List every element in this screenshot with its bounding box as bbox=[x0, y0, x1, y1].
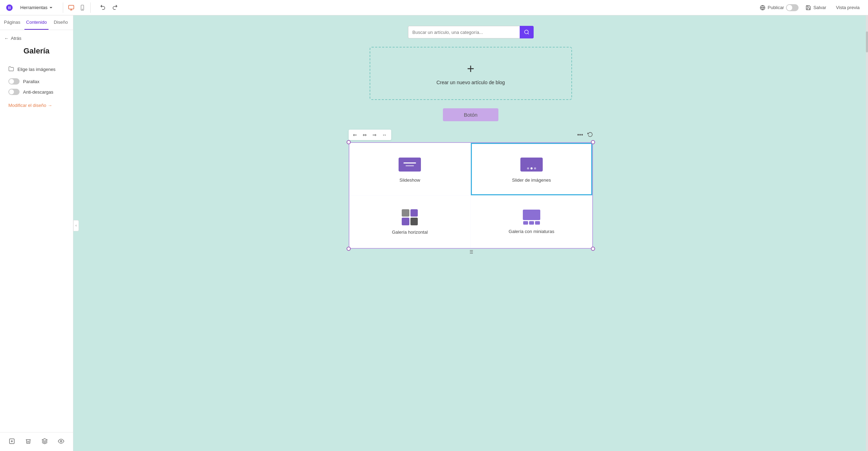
folder-icon bbox=[8, 66, 14, 73]
align-center-btn[interactable]: ⇔ bbox=[361, 131, 369, 139]
picker-top-right: ••• bbox=[575, 131, 593, 139]
back-arrow-icon: ← bbox=[4, 36, 9, 41]
choose-images-item[interactable]: Elige las imágenes bbox=[4, 63, 69, 76]
sidebar: Páginas Contenido Diseño ← Atrás Galería… bbox=[0, 15, 73, 451]
svg-point-2 bbox=[82, 9, 83, 9]
slideshow-icon bbox=[398, 156, 422, 173]
arrow-right-icon: → bbox=[47, 103, 52, 108]
modify-design-link[interactable]: Modificar el diseño → bbox=[4, 100, 69, 111]
tab-design[interactable]: Diseño bbox=[49, 15, 73, 30]
anti-downloads-toggle-row: Anti-descargas bbox=[4, 87, 69, 97]
anti-downloads-toggle[interactable] bbox=[8, 89, 20, 95]
corner-tr bbox=[591, 140, 595, 144]
corner-br bbox=[591, 247, 595, 251]
search-bar bbox=[408, 26, 534, 38]
align-right-btn[interactable]: ⇒ bbox=[370, 131, 379, 139]
search-input[interactable] bbox=[408, 26, 520, 38]
search-btn[interactable] bbox=[520, 26, 534, 38]
create-blog-box[interactable]: + Crear un nuevo artículo de blog bbox=[370, 47, 572, 100]
topbar-left: Herramientas bbox=[6, 2, 120, 13]
canvas: + Crear un nuevo artículo de blog Botón … bbox=[73, 15, 868, 451]
gallery-thumbnails-icon bbox=[523, 210, 540, 225]
save-btn[interactable]: Salvar bbox=[803, 3, 829, 12]
slideshow-label: Slideshow bbox=[400, 177, 420, 183]
gallery-horizontal-icon bbox=[402, 209, 418, 225]
history-controls bbox=[98, 2, 120, 13]
plus-icon: + bbox=[467, 61, 474, 76]
svg-marker-5 bbox=[42, 439, 47, 442]
gallery-option-slideshow[interactable]: Slideshow bbox=[349, 143, 471, 195]
picker-bottom-handle[interactable] bbox=[468, 249, 474, 256]
slider-label: Slider de imágenes bbox=[512, 177, 551, 183]
add-section-btn[interactable] bbox=[7, 436, 17, 448]
mobile-view-btn[interactable] bbox=[77, 2, 88, 13]
gallery-option-slider[interactable]: Slider de imágenes bbox=[471, 143, 592, 195]
redo-btn[interactable] bbox=[110, 2, 120, 13]
layers-btn[interactable] bbox=[39, 436, 50, 448]
svg-point-6 bbox=[60, 441, 62, 442]
sidebar-footer bbox=[0, 432, 73, 451]
gallery-picker-grid: Slideshow bbox=[349, 142, 593, 249]
device-switcher bbox=[63, 2, 91, 13]
sidebar-content: ← Atrás Galería Elige las imágenes Paral… bbox=[0, 30, 73, 432]
desktop-view-btn[interactable] bbox=[66, 2, 76, 13]
gallery-thumbnails-label: Galería con miniaturas bbox=[509, 229, 554, 234]
create-blog-label: Crear un nuevo artículo de blog bbox=[436, 80, 505, 85]
parallax-toggle-row: Parallax bbox=[4, 76, 69, 87]
back-link[interactable]: ← Atrás bbox=[4, 36, 69, 41]
sidebar-tabs: Páginas Contenido Diseño bbox=[0, 15, 73, 30]
topbar: Herramientas Publicar bbox=[0, 0, 868, 15]
preview-btn[interactable]: Vista previa bbox=[833, 3, 862, 12]
align-stretch-btn[interactable]: ↔ bbox=[380, 131, 389, 139]
main-layout: Páginas Contenido Diseño ← Atrás Galería… bbox=[0, 15, 868, 451]
logo[interactable] bbox=[6, 4, 13, 12]
align-controls: ⇐ ⇔ ⇒ ↔ bbox=[349, 130, 391, 140]
undo-btn[interactable] bbox=[98, 2, 108, 13]
canvas-button[interactable]: Botón bbox=[443, 108, 498, 121]
delete-section-btn[interactable] bbox=[23, 436, 34, 448]
scrollbar[interactable] bbox=[866, 10, 868, 451]
parallax-toggle[interactable] bbox=[8, 78, 20, 85]
gallery-option-horizontal[interactable]: Galería horizontal bbox=[349, 196, 471, 248]
topbar-right: Publicar Salvar Vista previa bbox=[760, 3, 862, 12]
gallery-title: Galería bbox=[4, 46, 69, 56]
herramientas-menu[interactable]: Herramientas bbox=[17, 3, 56, 12]
tab-content[interactable]: Contenido bbox=[24, 15, 49, 30]
corner-tl bbox=[347, 140, 351, 144]
tab-pages[interactable]: Páginas bbox=[0, 15, 24, 30]
picker-more-btn[interactable]: ••• bbox=[575, 131, 585, 139]
slider-icon bbox=[519, 156, 544, 173]
picker-controls-bar: ⇐ ⇔ ⇒ ↔ ••• bbox=[349, 130, 593, 140]
gallery-picker-wrapper: ⇐ ⇔ ⇒ ↔ ••• bbox=[349, 130, 593, 249]
publish-area[interactable]: Publicar bbox=[760, 4, 799, 11]
gallery-horizontal-label: Galería horizontal bbox=[392, 230, 428, 235]
picker-box: Slideshow bbox=[349, 142, 593, 249]
svg-rect-0 bbox=[69, 5, 74, 9]
publish-toggle[interactable] bbox=[786, 4, 799, 11]
gallery-option-thumbnails[interactable]: Galería con miniaturas bbox=[471, 196, 592, 248]
corner-bl bbox=[347, 247, 351, 251]
scrollbar-thumb bbox=[866, 31, 868, 52]
collapse-sidebar-btn[interactable]: ‹ bbox=[73, 220, 79, 231]
visibility-btn[interactable] bbox=[56, 436, 66, 448]
picker-refresh-btn[interactable] bbox=[587, 131, 593, 139]
svg-point-7 bbox=[525, 30, 528, 34]
align-left-btn[interactable]: ⇐ bbox=[351, 131, 359, 139]
